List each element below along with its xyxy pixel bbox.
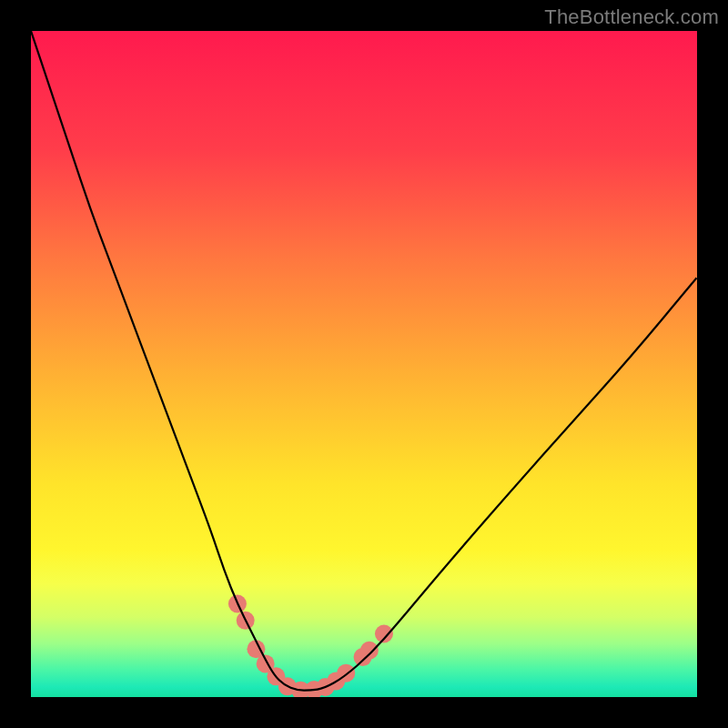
watermark-text: TheBottleneck.com: [544, 5, 719, 29]
chart-svg: [31, 31, 697, 697]
marker-dot: [360, 642, 379, 660]
plot-area: [31, 31, 697, 697]
chart-frame: TheBottleneck.com: [0, 0, 728, 728]
gradient-background: [31, 31, 697, 697]
